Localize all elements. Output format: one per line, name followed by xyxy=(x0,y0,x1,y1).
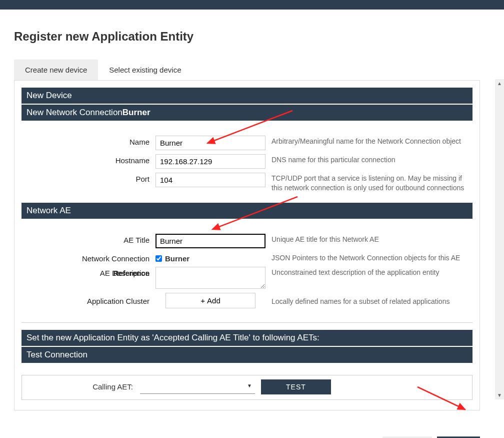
scroll-track[interactable] xyxy=(495,88,504,391)
tab-select-existing-device[interactable]: Select existing device xyxy=(98,60,192,80)
hint-application-cluster: Locally defined names for a subset of re… xyxy=(272,293,472,306)
select-calling-aet-wrap xyxy=(140,380,255,394)
textarea-ae-description[interactable] xyxy=(156,267,266,289)
section-new-device: New Device xyxy=(22,88,472,104)
section-accepted-calling: Set the new Application Entity as 'Accep… xyxy=(22,330,472,346)
section-network-ae: Network AE xyxy=(22,203,472,219)
divider xyxy=(22,322,472,323)
top-bar xyxy=(0,0,504,10)
label-port: Port xyxy=(22,173,150,183)
hint-port: TCP/UDP port that a service is listening… xyxy=(272,173,472,193)
label-hostname: Hostname xyxy=(22,154,150,165)
section-test-connection: Test Connection xyxy=(22,347,472,363)
test-button[interactable]: TEST xyxy=(261,379,331,394)
page-title: Register new Application Entity xyxy=(14,30,480,44)
hint-network-connection: JSON Pointers to the Network Connection … xyxy=(272,252,472,263)
section-new-conn-name: Burner xyxy=(122,108,150,117)
network-ae-form: AE Title Unique AE title for this Networ… xyxy=(22,220,472,318)
input-name[interactable] xyxy=(156,136,266,150)
add-label: Add xyxy=(207,296,220,305)
hint-hostname: DNS name for this particular connection xyxy=(272,154,472,165)
input-ae-title[interactable] xyxy=(156,234,266,248)
scrollbar[interactable]: ▲ ▼ xyxy=(495,79,504,399)
hint-ae-title: Unique AE title for this Network AE xyxy=(272,234,472,244)
scroll-down-icon[interactable]: ▼ xyxy=(496,391,504,399)
tabs: Create new device Select existing device xyxy=(14,60,480,80)
form-panel: New Device New Network ConnectionBurner … xyxy=(14,80,480,410)
checkbox-burner-label: Burner xyxy=(165,254,190,263)
add-application-cluster-button[interactable]: + Add xyxy=(166,293,256,308)
scroll-up-icon[interactable]: ▲ xyxy=(496,79,504,88)
tab-create-new-device[interactable]: Create new device xyxy=(14,60,98,80)
input-port[interactable] xyxy=(156,173,266,187)
select-calling-aet[interactable] xyxy=(140,380,255,394)
label-calling-aet: Calling AET: xyxy=(27,382,137,391)
hint-ae-description: Unconstrained text description of the ap… xyxy=(272,267,472,277)
label-application-cluster: Application Cluster xyxy=(22,293,150,305)
label-ae-description: AE Description Reference xyxy=(22,267,150,277)
checkbox-burner[interactable] xyxy=(156,255,162,262)
new-connection-form: Name Arbitrary/Meaningful name for the N… xyxy=(22,122,472,203)
section-new-conn-prefix: New Network Connection xyxy=(26,108,122,117)
label-ae-title: AE Title xyxy=(22,234,150,244)
plus-icon: + xyxy=(200,296,205,305)
input-hostname[interactable] xyxy=(156,154,266,169)
label-network-connection: Network Connection xyxy=(22,252,150,263)
hint-name: Arbitrary/Meaningful name for the Networ… xyxy=(272,136,472,146)
label-name: Name xyxy=(22,136,150,146)
checkbox-row-burner: Burner xyxy=(156,252,266,263)
test-connection-row: Calling AET: TEST xyxy=(22,375,472,400)
section-new-network-connection: New Network ConnectionBurner xyxy=(22,105,472,121)
